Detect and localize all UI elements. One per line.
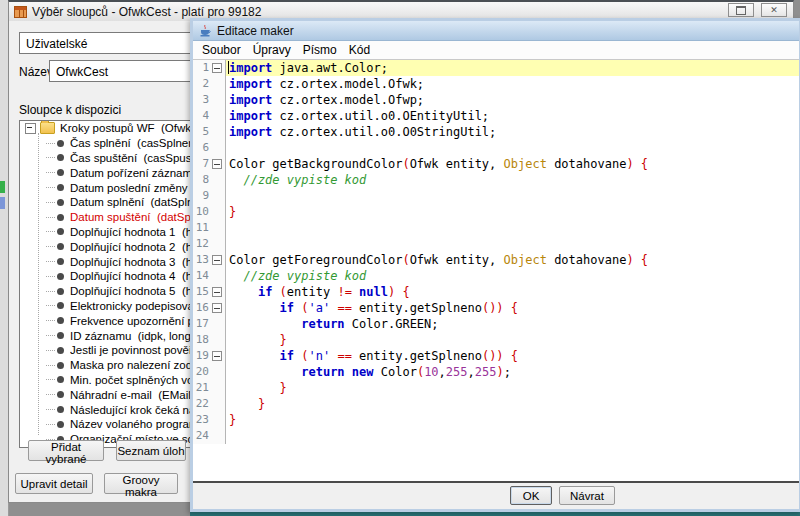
fold-collapse-icon[interactable] [209,60,224,76]
code-line[interactable]: 14 //zde vypiste kod [193,268,799,284]
code-line-text[interactable]: } [226,380,799,396]
code-line[interactable]: 20 return new Color(10,255,255); [193,364,799,380]
bullet-icon [57,317,64,324]
code-line-text[interactable]: import java.awt.Color; [226,60,799,76]
menu-soubor[interactable]: Soubor [196,42,247,58]
code-line[interactable]: 9 [193,188,799,204]
code-line[interactable]: 18 } [193,332,799,348]
menu-písmo[interactable]: Písmo [297,42,343,58]
code-line-text[interactable] [226,220,799,236]
code-line-text[interactable]: return new Color(10,255,255); [226,364,799,380]
editor-window-title: Editace maker [217,24,294,38]
task-list-button[interactable]: Seznam úloh [116,440,186,461]
menu-úpravy[interactable]: Úpravy [247,42,297,58]
code-line[interactable]: 12 [193,236,799,252]
code-line[interactable]: 5import cz.ortex.util.o0.O0StringUtil; [193,124,799,140]
code-line[interactable]: 22 } [193,396,799,412]
code-line-text[interactable] [226,236,799,252]
code-line[interactable]: 21 } [193,380,799,396]
code-line[interactable]: 8 //zde vypiste kod [193,172,799,188]
code-line[interactable]: 17 return Color.GREEN; [193,316,799,332]
code-line[interactable]: 2import cz.ortex.model.Ofwk; [193,76,799,92]
code-line-text[interactable]: if (entity != null) { [226,284,799,300]
code-line[interactable]: 6 [193,140,799,156]
code-line[interactable]: 13Color getForegroundColor(Ofwk entity, … [193,252,799,268]
code-line-text[interactable]: if ('n' == entity.getSplneno()) { [226,348,799,364]
line-number: 10 [193,204,209,220]
fold-collapse-icon[interactable] [209,252,224,268]
code-line-text[interactable]: //zde vypiste kod [226,172,799,188]
fold-spacer [209,364,224,380]
code-line-text[interactable]: if ('a' == entity.getSplneno()) { [226,300,799,316]
code-line[interactable]: 1import java.awt.Color; [193,60,799,76]
code-line[interactable]: 7Color getBackgroundColor(Ofwk entity, O… [193,156,799,172]
code-line-text[interactable]: //zde vypiste kod [226,268,799,284]
code-line[interactable]: 15 if (entity != null) { [193,284,799,300]
gutter: 24 [193,428,226,444]
code-line[interactable]: 23} [193,412,799,428]
code-line-text[interactable]: } [226,412,799,428]
gutter: 3 [193,92,226,108]
bullet-icon [57,214,64,221]
code-line-text[interactable] [226,140,799,156]
collapse-icon[interactable] [25,123,36,134]
code-line-text[interactable]: } [226,204,799,220]
tree-branch-line [46,261,55,262]
gutter: 14 [193,268,226,284]
tree-branch-line [46,424,55,425]
code-line-text[interactable]: import cz.ortex.model.Ofwp; [226,92,799,108]
edit-detail-button[interactable]: Upravit detail [15,473,93,494]
tree-branch-line [46,276,55,277]
tree-branch-line [46,379,55,380]
macro-editor-window: Editace maker SouborÚpravyPísmoKód 1impo… [190,18,800,512]
line-number: 1 [193,60,209,76]
code-line-text[interactable] [226,428,799,444]
fold-collapse-icon[interactable] [209,284,224,300]
fold-spacer [209,412,224,428]
fold-collapse-icon[interactable] [209,156,224,172]
fold-spacer [209,204,224,220]
code-line-text[interactable]: } [226,396,799,412]
bullet-icon [57,258,64,265]
gutter: 13 [193,252,226,268]
name-value: OfwkCest [56,65,108,79]
line-number: 23 [193,412,209,428]
groovy-macros-button[interactable]: Groovy makra [104,473,178,494]
add-selected-button[interactable]: Přidat vybrané [28,440,104,461]
close-button[interactable]: ✕ [761,3,787,17]
fold-collapse-icon[interactable] [209,300,224,316]
maximize-button[interactable] [728,3,754,17]
code-line[interactable]: 3import cz.ortex.model.Ofwp; [193,92,799,108]
ok-button[interactable]: OK [510,486,552,505]
code-line-text[interactable]: import cz.ortex.model.Ofwk; [226,76,799,92]
code-line[interactable]: 24 [193,428,799,444]
line-number: 20 [193,364,209,380]
return-button[interactable]: Návrat [559,486,615,505]
code-line-text[interactable]: Color getBackgroundColor(Ofwk entity, Ob… [226,156,799,172]
code-line-text[interactable]: return Color.GREEN; [226,316,799,332]
code-line-text[interactable]: import cz.ortex.util.o0.O0StringUtil; [226,124,799,140]
menu-kód[interactable]: Kód [343,42,376,58]
code-line[interactable]: 16 if ('a' == entity.getSplneno()) { [193,300,799,316]
gutter: 6 [193,140,226,156]
line-number: 7 [193,156,209,172]
available-columns-label: Sloupce k dispozici [19,103,121,117]
code-line-text[interactable]: } [226,332,799,348]
code-line-text[interactable]: Color getForegroundColor(Ofwk entity, Ob… [226,252,799,268]
fold-spacer [209,188,224,204]
code-line-text[interactable]: import cz.ortex.util.o0.OEntityUtil; [226,108,799,124]
code-line[interactable]: 4import cz.ortex.util.o0.OEntityUtil; [193,108,799,124]
line-number: 5 [193,124,209,140]
fold-collapse-icon[interactable] [209,348,224,364]
bullet-icon [57,406,64,413]
tree-branch-line [46,217,55,218]
line-number: 18 [193,332,209,348]
code-line-text[interactable] [226,188,799,204]
code-editor[interactable]: 1import java.awt.Color;2import cz.ortex.… [193,60,799,481]
line-number: 21 [193,380,209,396]
code-line[interactable]: 11 [193,220,799,236]
line-number: 15 [193,284,209,300]
tree-branch-line [46,409,55,410]
code-line[interactable]: 10} [193,204,799,220]
code-line[interactable]: 19 if ('n' == entity.getSplneno()) { [193,348,799,364]
